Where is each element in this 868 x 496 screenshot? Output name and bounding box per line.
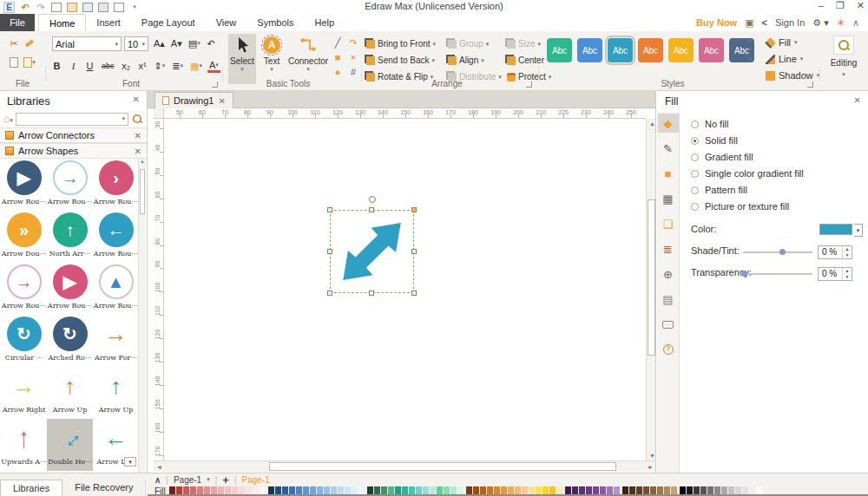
resize-handle-sw[interactable] [327, 290, 332, 296]
fill-option-solid-fill[interactable]: Solid fill [691, 135, 804, 146]
page-edit-icon[interactable]: ▤ [658, 290, 679, 309]
line-spacing-button[interactable]: ⇕ ▾ [153, 59, 168, 73]
arc-tool[interactable]: ↷ [345, 36, 361, 49]
minimize-button[interactable]: – [819, 0, 824, 11]
menu-tab-help[interactable]: Help [304, 14, 345, 31]
italic-button[interactable]: I [67, 59, 80, 73]
line-icon[interactable]: ✎ [658, 139, 679, 158]
strikethrough-button[interactable]: abc [100, 59, 116, 73]
resize-handle-nw[interactable] [327, 207, 332, 212]
collapse-pagebar-icon[interactable]: ∧ [155, 475, 161, 485]
library-shape-north-arr[interactable]: ↑North Arr··· [47, 211, 93, 263]
help-icon[interactable]: ? [658, 340, 679, 359]
arrange-dialog-launcher[interactable] [526, 82, 532, 88]
close-document-icon[interactable]: ✕ [218, 96, 225, 106]
library-shape-arrow-rou[interactable]: →Arrow Rou··· [1, 263, 47, 315]
library-shape-arrow-up[interactable]: ↑Arrow Up [93, 367, 139, 419]
resize-handle-w[interactable] [327, 249, 332, 254]
page-tab[interactable]: Page-1 [174, 475, 201, 485]
paste-special-button[interactable]: ▾ [23, 55, 36, 69]
rotation-handle[interactable] [369, 196, 376, 203]
file-menu-button[interactable]: File [0, 14, 35, 31]
collapse-ribbon-icon[interactable]: ∧ [852, 17, 859, 29]
fill-color-dropdown[interactable]: ▼ [854, 224, 863, 237]
media-card-icon[interactable]: ▣ [745, 17, 753, 29]
transparency-slider[interactable] [739, 273, 812, 275]
close-section-icon[interactable]: ✕ [135, 147, 141, 156]
library-more-button[interactable]: ▼ [124, 457, 136, 467]
format-painter-button[interactable] [23, 36, 36, 50]
bottom-tab-libraries[interactable]: Libraries [0, 480, 62, 496]
menu-tab-home[interactable]: Home [38, 14, 86, 31]
resize-handle-s[interactable] [369, 290, 374, 296]
library-shape-arrow-dou[interactable]: »Arrow Dou··· [1, 211, 47, 263]
library-shape-arrow-rou[interactable]: ▲Arrow Rou··· [93, 263, 139, 315]
editing-button[interactable]: Editing ▾ [826, 36, 861, 78]
document-tab[interactable]: Drawing1 ✕ [155, 92, 233, 108]
text-tool-button[interactable]: A Text ▾ [258, 34, 286, 84]
vertical-scrollbar-thumb[interactable] [648, 199, 655, 356]
library-shape-arrow-rou[interactable]: ›Arrow Rou··· [93, 159, 139, 211]
maximize-button[interactable]: ❐ [836, 0, 845, 11]
resize-handle-ne[interactable] [411, 207, 417, 212]
fill-option-no-fill[interactable]: No fill [691, 119, 804, 129]
menu-tab-view[interactable]: View [206, 14, 247, 31]
home-icon[interactable]: ⌂▾ [3, 113, 13, 125]
horizontal-scrollbar-thumb[interactable] [269, 462, 616, 471]
close-section-icon[interactable]: ✕ [135, 131, 141, 140]
style-swatch[interactable]: Abc [547, 38, 572, 62]
settings-gear-icon[interactable]: ⚙ ▾ [812, 17, 828, 29]
horizontal-scrollbar[interactable]: ◄ ► [154, 460, 656, 472]
bold-button[interactable]: B [50, 59, 63, 73]
style-swatch[interactable]: Abc [668, 38, 694, 62]
delete-tool[interactable]: × [345, 50, 361, 64]
double-headed-arrow-shape[interactable] [331, 211, 413, 292]
library-shape-upwards-a[interactable]: ↑Upwards A··· [1, 419, 47, 471]
subscript-button[interactable]: x₂ [120, 59, 133, 73]
library-shape-circular[interactable]: ↻Circular ··· [1, 315, 47, 367]
font-color-button[interactable]: A ▾ [207, 59, 220, 73]
style-swatch[interactable]: Abc [608, 38, 633, 62]
library-shape-arrow-for[interactable]: →Arrow For··· [93, 315, 139, 367]
drawing-canvas[interactable] [164, 119, 646, 460]
transparency-spinner[interactable]: 0 %▲▼ [818, 267, 852, 281]
library-shape-arched-ro[interactable]: ↻Arched Ro··· [47, 315, 93, 367]
search-icon[interactable] [132, 114, 142, 124]
share-icon[interactable]: < [762, 17, 767, 28]
shade-tint-slider[interactable] [743, 251, 812, 253]
resize-handle-n[interactable] [369, 207, 374, 212]
styles-line-button[interactable]: Line ▾ [766, 51, 819, 67]
library-shape-arrow-rou[interactable]: ▶Arrow Rou··· [47, 263, 93, 315]
bullets-button[interactable]: ≣ ▾ [170, 59, 185, 73]
paste-button[interactable] [7, 55, 21, 69]
comment-icon[interactable]: ··· [658, 315, 679, 334]
library-section-arrow-shapes[interactable]: Arrow Shapes ✕ [0, 143, 147, 159]
increase-font-button[interactable]: A▴ [152, 36, 167, 50]
menu-tab-page-layout[interactable]: Page Layout [131, 14, 206, 31]
cut-button[interactable]: ✂ [7, 36, 21, 50]
rectangle-tool[interactable]: ■ [330, 50, 345, 64]
highlight-button[interactable]: ▦ ▾ [188, 59, 204, 73]
fill-option-gradient-fill[interactable]: Gradient fill [691, 152, 804, 162]
styles-gallery-scroll[interactable]: ▴▾▾ [748, 36, 752, 62]
fill-option-single-color-gradient-fill[interactable]: Single color gradient fill [691, 168, 804, 179]
select-tool-button[interactable]: Select ▾ [228, 34, 256, 84]
library-shape-arrow-up[interactable]: ↑Arrow Up [47, 367, 93, 419]
library-shape-arrow-rou[interactable]: ←Arrow Rou··· [93, 211, 139, 263]
arrange-bring-to-front-button[interactable]: Bring to Front▾ [366, 36, 443, 52]
close-libraries-icon[interactable]: ✕ [133, 95, 140, 104]
arrange-send-to-back-button[interactable]: Send to Back▾ [366, 52, 443, 69]
note-icon[interactable]: ≣ [658, 239, 679, 258]
superscript-button[interactable]: x¹ [136, 59, 149, 73]
library-shape-arrow-rou[interactable]: →Arrow Rou··· [47, 159, 93, 211]
library-shape-arrow-right[interactable]: →Arrow Right [1, 367, 47, 419]
arc-text-button[interactable]: ↶ [205, 36, 218, 50]
library-shape-arrow-rou[interactable]: ▶Arrow Rou··· [1, 159, 47, 211]
buy-now-link[interactable]: Buy Now [696, 17, 737, 28]
fill-color-swatch[interactable] [819, 224, 852, 235]
shadow-icon[interactable]: ■ [658, 164, 679, 183]
hyperlink-icon[interactable]: ⊕ [658, 264, 679, 284]
font-size-select[interactable]: 10▾ [124, 36, 148, 51]
fill-option-picture-or-texture-fill[interactable]: Picture or texture fill [691, 201, 804, 212]
shade-tint-spinner[interactable]: 0 %▲▼ [818, 245, 852, 259]
